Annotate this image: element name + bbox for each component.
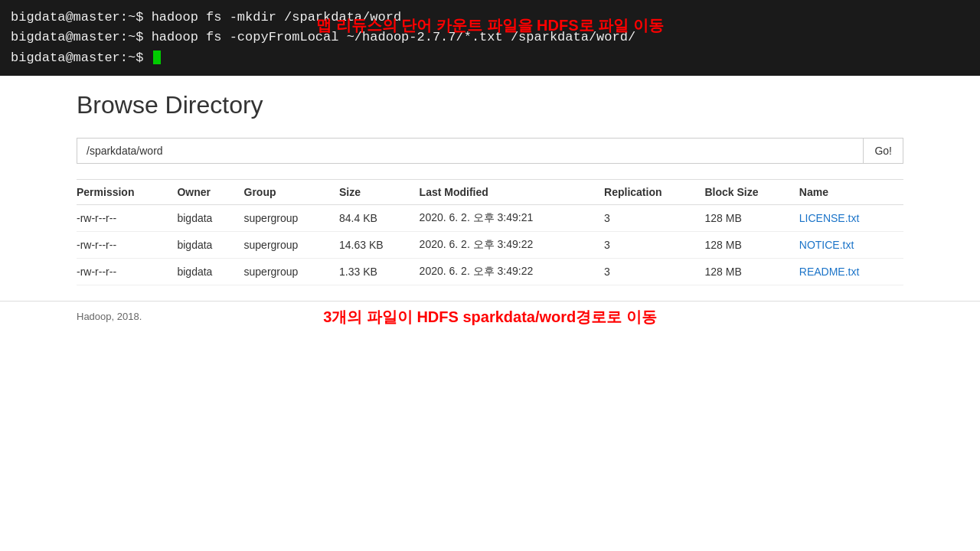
table-header-row: Permission Owner Group Size Last Modifie… [77,180,903,205]
col-replication: Replication [604,180,704,205]
table-row: -rw-r--r-- bigdata supergroup 1.33 KB 20… [77,259,903,285]
cell-owner: bigdata [177,259,243,285]
cell-group: supergroup [244,232,339,259]
browse-section: Browse Directory Go! Permission Owner Gr… [0,76,980,301]
cell-block-size: 128 MB [705,232,799,259]
terminal-annotation: 맵 리듀스의 단어 카운트 파일을 HDFS로 파일 이동 [316,14,663,37]
cell-replication: 3 [604,205,704,232]
col-owner: Owner [177,180,243,205]
file-link[interactable]: NOTICE.txt [799,239,854,251]
cell-name[interactable]: README.txt [799,259,903,285]
col-permission: Permission [77,180,177,205]
cell-group: supergroup [244,259,339,285]
cell-name[interactable]: LICENSE.txt [799,205,903,232]
cell-size: 84.4 KB [339,205,420,232]
footer-annotation: 3개의 파일이 HDFS sparkdata/word경로로 이동 [323,306,657,327]
table-row: -rw-r--r-- bigdata supergroup 14.63 KB 2… [77,232,903,259]
col-group: Group [244,180,339,205]
cell-block-size: 128 MB [705,259,799,285]
cell-permission: -rw-r--r-- [77,205,177,232]
col-size: Size [339,180,420,205]
browse-title: Browse Directory [77,91,903,119]
footer: Hadoop, 2018. 3개의 파일이 HDFS sparkdata/wor… [0,301,980,331]
footer-text: Hadoop, 2018. [77,311,142,322]
cell-last-modified: 2020. 6. 2. 오후 3:49:22 [420,232,604,259]
col-last-modified: Last Modified [420,180,604,205]
path-input[interactable] [77,139,863,163]
cell-last-modified: 2020. 6. 2. 오후 3:49:21 [420,205,604,232]
col-name: Name [799,180,903,205]
search-bar: Go! [77,138,903,164]
cell-last-modified: 2020. 6. 2. 오후 3:49:22 [420,259,604,285]
cell-size: 14.63 KB [339,232,420,259]
cell-owner: bigdata [177,232,243,259]
col-block-size: Block Size [705,180,799,205]
cell-replication: 3 [604,259,704,285]
cell-size: 1.33 KB [339,259,420,285]
go-button[interactable]: Go! [863,139,903,163]
directory-table: Permission Owner Group Size Last Modifie… [77,179,903,285]
terminal-line-3: bigdata@master:~$ [11,48,969,68]
cell-block-size: 128 MB [705,205,799,232]
terminal-section: bigdata@master:~$ hadoop fs -mkdir /spar… [0,0,980,76]
cell-group: supergroup [244,205,339,232]
cell-permission: -rw-r--r-- [77,259,177,285]
cell-permission: -rw-r--r-- [77,232,177,259]
file-link[interactable]: README.txt [799,266,860,278]
terminal-cursor [153,51,161,64]
cell-replication: 3 [604,232,704,259]
table-row: -rw-r--r-- bigdata supergroup 84.4 KB 20… [77,205,903,232]
cell-name[interactable]: NOTICE.txt [799,232,903,259]
cell-owner: bigdata [177,205,243,232]
file-link[interactable]: LICENSE.txt [799,212,860,224]
